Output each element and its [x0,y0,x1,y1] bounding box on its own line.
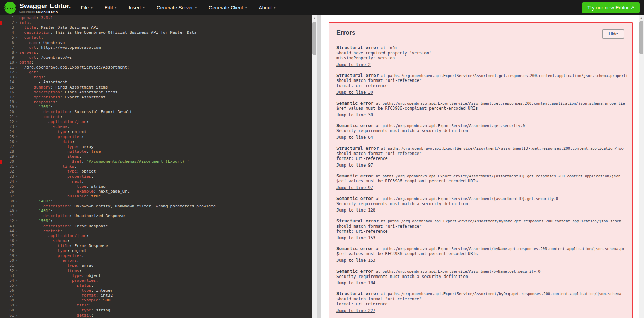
editor-line[interactable]: 55▾ status: [0,283,312,288]
editor-line[interactable]: 41 description: Unauthorized Response [0,214,312,219]
menu-edit[interactable]: Edit▾ [105,5,117,11]
hide-errors-button[interactable]: Hide [602,29,624,39]
editor-line[interactable]: 33▾ properties: [0,174,312,179]
fold-toggle-icon[interactable]: ▾ [14,239,19,244]
fold-toggle-icon[interactable]: ▾ [14,135,19,139]
validation-scrollbar-thumb[interactable] [639,21,643,54]
fold-toggle-icon[interactable]: ▾ [14,313,19,318]
fold-toggle-icon[interactable]: ▾ [14,100,19,105]
editor-line[interactable]: 37 nullable: true [0,194,312,199]
editor-line[interactable]: 57 format: int32 [0,293,312,298]
editor-line[interactable]: 45▾ application/json: [0,234,312,239]
try-new-editor-button[interactable]: Try our new Editor ↗ [582,2,640,13]
editor-line[interactable]: 25▾ properties: [0,135,312,139]
fold-toggle-icon[interactable]: ▾ [14,50,19,55]
editor-line[interactable]: 26▾ data: [0,139,312,144]
editor-line[interactable]: 3 title: Master Data Business API [0,25,312,30]
jump-to-line-link[interactable]: Jump to line 30 [336,112,373,118]
fold-toggle-icon[interactable]: ▾ [14,75,19,80]
editor-line[interactable]: 27 type: array [0,144,312,149]
editor-line[interactable]: 31▾ links: [0,164,312,169]
editor-line[interactable]: 50▾ errors: [0,258,312,263]
editor-line[interactable]: 12▾ get: [0,70,312,75]
editor-line[interactable]: 5▾ contact: [0,35,312,40]
editor-line[interactable]: 6 name: Openbravo [0,40,312,45]
editor-line[interactable]: 14 - Assortment [0,80,312,85]
editor-line[interactable]: 21▾ content: [0,115,312,119]
editor-line[interactable]: 38▾ '400': [0,199,312,204]
pane-splitter[interactable] [317,15,321,318]
editor-line[interactable]: 40▾ '401': [0,209,312,214]
editor-line[interactable]: 61▾ detail: [0,313,312,318]
menu-generate-client[interactable]: Generate Client▾ [209,5,247,11]
editor-line[interactable]: 60 type: string [0,308,312,313]
editor-line[interactable]: 54▾ properties: [0,278,312,283]
editor-line[interactable]: 10▾paths: [0,60,312,65]
fold-toggle-icon[interactable]: ▾ [14,253,19,258]
editor-line[interactable]: 36 example: next_page_url [0,189,312,194]
scroll-up-icon[interactable]: ▲ [312,17,317,20]
editor-line[interactable]: 39 description: Unknwown entity, unkwnow… [0,204,312,209]
editor-line[interactable]: 2▾info: [0,20,312,25]
editor-scrollbar[interactable]: ▲ [312,15,317,318]
fold-toggle-icon[interactable]: ▾ [14,199,19,204]
fold-toggle-icon[interactable]: ▾ [14,174,19,179]
editor-line[interactable]: 49▾ properties: [0,253,312,258]
editor-line[interactable]: 51 type: array [0,263,312,268]
editor-line[interactable]: 15 summary: Finds Assortment items [0,85,312,90]
fold-toggle-icon[interactable]: ▾ [14,229,19,234]
jump-to-line-link[interactable]: Jump to line 153 [336,258,375,263]
menu-file[interactable]: File▾ [81,5,93,11]
editor-line[interactable]: 35 type: string [0,184,312,189]
editor-line[interactable]: 53 type: object [0,273,312,278]
editor-line[interactable]: 8▾servers: [0,50,312,55]
menu-about[interactable]: About▾ [259,5,276,11]
fold-toggle-icon[interactable]: ▾ [14,124,19,129]
editor-line[interactable]: 46▾ schema: [0,239,312,244]
editor-line[interactable]: 4 description: This is the Openbravo Off… [0,30,312,35]
menu-insert[interactable]: Insert▾ [128,5,145,11]
editor-line[interactable]: 22▾ application/json: [0,119,312,124]
fold-toggle-icon[interactable]: ▾ [14,283,19,288]
jump-to-line-link[interactable]: Jump to line 184 [336,280,375,286]
editor-line[interactable]: 28 nullable: true [0,149,312,154]
fold-toggle-icon[interactable]: ▾ [14,105,19,110]
fold-toggle-icon[interactable]: ▾ [14,65,19,70]
fold-toggle-icon[interactable]: ▾ [14,219,19,223]
fold-toggle-icon[interactable]: ▾ [14,20,19,25]
jump-to-line-link[interactable]: Jump to line 64 [336,135,373,140]
fold-toggle-icon[interactable]: ▾ [14,139,19,144]
fold-toggle-icon[interactable]: ▾ [14,258,19,263]
editor-line[interactable]: 56 type: integer [0,288,312,293]
editor-line[interactable]: 44▾ content: [0,229,312,234]
editor-line[interactable]: 30 $ref: '#/components/schemas/Assortmen… [0,159,312,164]
fold-toggle-icon[interactable]: ▾ [14,234,19,239]
editor-line[interactable]: 19▾ '200': [0,105,312,110]
jump-to-line-link[interactable]: Jump to line 227 [336,308,375,313]
jump-to-line-link[interactable]: Jump to line 30 [336,90,373,95]
editor-line[interactable]: 32 type: object [0,169,312,174]
fold-toggle-icon[interactable]: ▾ [14,179,19,184]
editor-line[interactable]: 23▾ schema: [0,124,312,129]
editor-line[interactable]: 58 example: 500 [0,298,312,303]
fold-toggle-icon[interactable]: ▾ [14,209,19,214]
editor-line[interactable]: 24 type: object [0,130,312,135]
jump-to-line-link[interactable]: Jump to line 97 [336,163,373,168]
jump-to-line-link[interactable]: Jump to line 128 [336,208,375,213]
editor-line[interactable]: 11▾ /org.openbravo.api.ExportService/Ass… [0,65,312,70]
fold-toggle-icon[interactable]: ▾ [14,35,19,40]
jump-to-line-link[interactable]: Jump to line 97 [336,185,373,190]
editor-line[interactable]: 34▾ next: [0,179,312,184]
fold-toggle-icon[interactable]: ▾ [14,119,19,124]
editor-line[interactable]: 18▾ responses: [0,100,312,105]
editor-line[interactable]: 9 - url: /openbravo/ws [0,55,312,60]
editor-line[interactable]: 43 description: Error Response [0,224,312,229]
editor-line[interactable]: 16 description: Finds Assortment items [0,90,312,95]
fold-toggle-icon[interactable]: ▾ [14,303,19,308]
fold-toggle-icon[interactable]: ▾ [14,70,19,75]
editor-line[interactable]: 20 description: Successful Export Result [0,110,312,115]
editor-scrollbar-thumb[interactable] [312,22,316,55]
jump-to-line-link[interactable]: Jump to line 2 [336,62,371,67]
editor-line[interactable]: 48 type: object [0,248,312,253]
editor-line[interactable]: 59▾ title: [0,303,312,308]
